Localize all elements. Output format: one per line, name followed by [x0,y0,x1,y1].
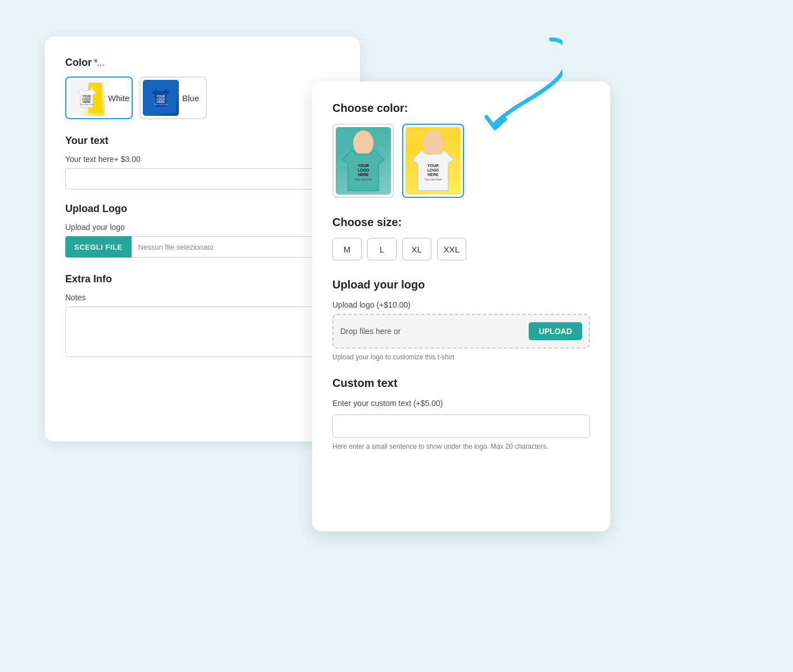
drop-zone[interactable]: Drop files here or UPLOAD [332,314,590,349]
upload-logo-section: Upload Logo Upload your logo SCEGLI FILE… [65,203,340,258]
your-text-sublabel: Your text here+ $3.00 [65,155,340,164]
size-btn-m[interactable]: M [332,238,362,260]
color-img-teal: YOUR LOGO HERE Your text here [336,127,391,195]
tshirt-white-yellow-icon: YOUR LOGO HERE Your text here [408,129,458,193]
file-name-display: Nessun file selezionato [132,236,340,258]
scegli-file-button[interactable]: SCEGLI FILE [65,236,132,258]
svg-text:Your text here: Your text here [154,103,169,106]
svg-text:LOGO: LOGO [358,168,370,172]
custom-text-hint: Here enter a small sentence to show unde… [332,443,590,450]
notes-textarea[interactable] [65,306,340,357]
upload-hint: Upload your logo to customize this t-shi… [332,353,590,361]
custom-text-section: Custom text Enter your custom text (+$5.… [332,377,590,450]
your-text-input[interactable] [65,168,340,190]
custom-text-sublabel: Enter your custom text (+$5.00) [332,399,590,408]
color-option-blue[interactable]: YOUR LOGO HERE Your text here Blue [139,76,207,119]
svg-text:HERE: HERE [427,173,439,177]
svg-point-11 [353,130,373,155]
choose-size-title: Choose size: [332,216,590,229]
your-text-label: Your text [65,135,340,147]
color-img-yellow: YOUR LOGO HERE Your text here [405,127,461,195]
color-card-teal[interactable]: YOUR LOGO HERE Your text here [332,124,394,198]
size-btn-xl[interactable]: XL [402,238,431,260]
svg-text:Your text here: Your text here [425,178,442,181]
svg-text:LOGO: LOGO [427,168,439,172]
curved-arrow [439,34,562,135]
tshirt-blue-icon: YOUR LOGO HERE Your text here [146,83,176,113]
tshirt-teal-icon: YOUR LOGO HERE Your text here [338,129,389,193]
color-thumb-blue: YOUR LOGO HERE Your text here [143,80,179,116]
color-blue-label: Blue [182,93,199,103]
custom-text-input[interactable] [332,414,590,438]
svg-text:YOUR: YOUR [358,164,369,168]
custom-text-title: Custom text [332,377,590,390]
upload-logo-right-title: Upload your logo [332,278,590,291]
drop-text: Drop files here or [340,327,522,336]
color-label: Color*... [65,57,340,69]
upload-logo-sublabel: Upload your logo [65,223,340,232]
right-card: Choose color: YOUR LOGO HERE Your text h… [312,82,610,531]
size-buttons-row: M L XL XXL [332,238,590,260]
extra-info-label: Extra Info [65,273,340,285]
size-btn-l[interactable]: L [367,238,396,260]
color-option-white[interactable]: YOUR LOGO HERE Your text here White [65,76,133,119]
upload-logo-label: Upload Logo [65,203,340,215]
svg-text:YOUR: YOUR [427,164,439,168]
your-text-section: Your text Your text here+ $3.00 [65,135,340,203]
color-section: Color*... YOUR LOGO [65,57,340,119]
file-upload-row: SCEGLI FILE Nessun file selezionato [65,236,340,258]
size-btn-xxl[interactable]: XXL [437,238,466,260]
svg-text:HERE: HERE [358,173,369,177]
color-options: YOUR LOGO HERE Your text here White [65,76,340,119]
svg-text:Your text here: Your text here [355,178,372,181]
extra-info-section: Extra Info Notes [65,273,340,359]
tshirt-white-icon: YOUR LOGO HERE Your text here [71,83,102,113]
upload-logo-right-sublabel: Upload logo (+$10.00) [332,300,590,309]
color-white-label: White [108,93,129,103]
choose-size-section: Choose size: M L XL XXL [332,216,590,260]
upload-logo-right-section: Upload your logo Upload logo (+$10.00) D… [332,278,590,361]
upload-button[interactable]: UPLOAD [529,322,582,340]
notes-label: Notes [65,293,340,302]
color-thumb-white: YOUR LOGO HERE Your text here [69,80,105,116]
svg-text:Your text here: Your text here [80,103,94,106]
